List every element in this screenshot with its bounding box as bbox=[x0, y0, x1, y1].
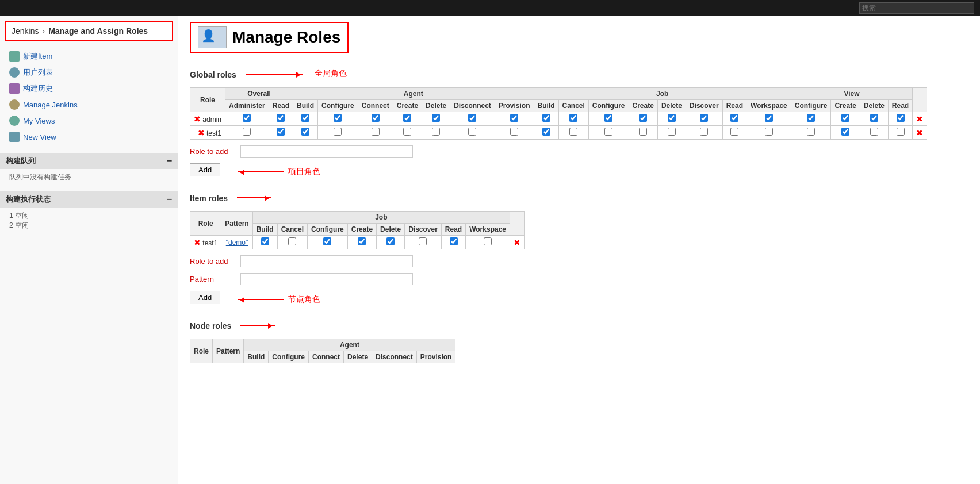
permission-checkbox[interactable] bbox=[730, 114, 738, 122]
permission-checkbox[interactable] bbox=[569, 114, 577, 122]
permission-checkbox[interactable] bbox=[870, 128, 878, 136]
permission-checkbox[interactable] bbox=[765, 128, 773, 136]
permission-checkbox[interactable] bbox=[730, 128, 738, 136]
build-exec-body: 1 空闲 2 空闲 bbox=[0, 208, 178, 234]
node-agent-group-header: Agent bbox=[244, 339, 455, 351]
table-cell bbox=[450, 112, 495, 126]
item-permission-checkbox[interactable] bbox=[261, 237, 269, 245]
sidebar-item-my-views[interactable]: My Views bbox=[0, 113, 178, 129]
permission-checkbox[interactable] bbox=[243, 128, 251, 136]
build-queue-collapse-icon[interactable]: − bbox=[167, 156, 172, 166]
job-cancel-header: Cancel bbox=[558, 100, 588, 112]
view-read-header: Read bbox=[888, 100, 912, 112]
pattern-cell: "demo" bbox=[221, 236, 252, 249]
permission-checkbox[interactable] bbox=[604, 114, 612, 122]
item-job-build: Build bbox=[252, 224, 277, 236]
permission-checkbox[interactable] bbox=[897, 128, 905, 136]
delete-item-row-button[interactable]: ✖ bbox=[514, 238, 520, 247]
item-permission-checkbox[interactable] bbox=[386, 237, 395, 245]
agent-group-header: Agent bbox=[293, 88, 534, 100]
permission-checkbox[interactable] bbox=[334, 114, 342, 122]
breadcrumb-jenkins[interactable]: Jenkins bbox=[12, 26, 39, 36]
permission-checkbox[interactable] bbox=[301, 114, 309, 122]
permission-checkbox[interactable] bbox=[510, 114, 518, 122]
sidebar-item-manage-jenkins[interactable]: Manage Jenkins bbox=[0, 97, 178, 113]
sidebar-item-new-view[interactable]: New View bbox=[0, 129, 178, 145]
global-role-to-add-input[interactable] bbox=[240, 145, 413, 158]
sidebar-item-history[interactable]: 构建历史 bbox=[0, 80, 178, 97]
view-configure-header: Configure bbox=[791, 100, 831, 112]
permission-checkbox[interactable] bbox=[403, 128, 411, 136]
item-job-read: Read bbox=[441, 224, 465, 236]
job-read-header: Read bbox=[722, 100, 747, 112]
item-permission-checkbox[interactable] bbox=[358, 237, 366, 245]
table-cell bbox=[860, 112, 888, 126]
permission-checkbox[interactable] bbox=[668, 128, 676, 136]
node-agent-connect: Connect bbox=[309, 351, 344, 363]
permission-checkbox[interactable] bbox=[897, 114, 905, 122]
permission-checkbox[interactable] bbox=[468, 114, 476, 122]
permission-checkbox[interactable] bbox=[639, 114, 647, 122]
permission-checkbox[interactable] bbox=[334, 128, 342, 136]
table-cell bbox=[588, 126, 629, 140]
delete-role-button[interactable]: ✖ bbox=[194, 114, 201, 124]
permission-checkbox[interactable] bbox=[468, 128, 476, 136]
build-queue-body: 队列中没有构建任务 bbox=[0, 169, 178, 186]
delete-row-button[interactable]: ✖ bbox=[916, 114, 923, 124]
item-permission-checkbox[interactable] bbox=[419, 237, 427, 245]
node-roles-table-wrapper: Role Pattern Agent Build Configure Conne… bbox=[190, 339, 968, 363]
permission-checkbox[interactable] bbox=[510, 128, 518, 136]
job-group-header: Job bbox=[534, 88, 791, 100]
permission-checkbox[interactable] bbox=[277, 114, 285, 122]
permission-checkbox[interactable] bbox=[841, 128, 849, 136]
permission-checkbox[interactable] bbox=[432, 114, 440, 122]
permission-checkbox[interactable] bbox=[870, 114, 878, 122]
delete-item-role-button[interactable]: ✖ bbox=[194, 238, 201, 247]
permission-checkbox[interactable] bbox=[807, 114, 815, 122]
permission-checkbox[interactable] bbox=[243, 114, 251, 122]
permission-checkbox[interactable] bbox=[372, 128, 380, 136]
sidebar-item-users[interactable]: 用户列表 bbox=[0, 64, 178, 80]
item-job-configure: Configure bbox=[308, 224, 348, 236]
permission-checkbox[interactable] bbox=[700, 114, 708, 122]
sidebar-item-new-item[interactable]: 新建Item bbox=[0, 48, 178, 64]
job-configure-header: Configure bbox=[588, 100, 629, 112]
search-input[interactable] bbox=[859, 2, 974, 14]
permission-checkbox[interactable] bbox=[542, 114, 550, 122]
delete-role-button[interactable]: ✖ bbox=[198, 128, 205, 137]
table-cell bbox=[308, 236, 348, 249]
item-permission-checkbox[interactable] bbox=[450, 237, 458, 245]
item-role-to-add-input[interactable] bbox=[240, 255, 413, 267]
job-create-header: Create bbox=[629, 100, 657, 112]
build-exec-collapse-icon[interactable]: − bbox=[167, 194, 172, 205]
permission-checkbox[interactable] bbox=[668, 114, 676, 122]
item-roles-annotation-text: 项目角色 bbox=[288, 167, 320, 177]
item-permission-checkbox[interactable] bbox=[484, 237, 492, 245]
global-roles-annotation: 全局角色 bbox=[315, 68, 347, 79]
permission-checkbox[interactable] bbox=[403, 114, 411, 122]
permission-checkbox[interactable] bbox=[841, 114, 849, 122]
permission-checkbox[interactable] bbox=[807, 128, 815, 136]
build-exec-title: 构建执行状态 bbox=[6, 194, 51, 205]
global-add-button[interactable]: Add bbox=[190, 163, 220, 176]
table-cell bbox=[422, 112, 450, 126]
permission-checkbox[interactable] bbox=[301, 128, 309, 136]
permission-checkbox[interactable] bbox=[432, 128, 440, 136]
permission-checkbox[interactable] bbox=[372, 114, 380, 122]
permission-checkbox[interactable] bbox=[639, 128, 647, 136]
delete-row-button[interactable]: ✖ bbox=[916, 128, 923, 137]
item-permission-checkbox[interactable] bbox=[288, 237, 296, 245]
overall-administer-header: Administer bbox=[225, 100, 269, 112]
item-add-button[interactable]: Add bbox=[190, 291, 220, 304]
node-roles-label: Node roles bbox=[190, 321, 275, 331]
global-roles-table-wrapper: Role Overall Agent Job View Administer R… bbox=[190, 87, 968, 140]
view-create-header: Create bbox=[831, 100, 860, 112]
permission-checkbox[interactable] bbox=[700, 128, 708, 136]
permission-checkbox[interactable] bbox=[569, 128, 577, 136]
permission-checkbox[interactable] bbox=[604, 128, 612, 136]
permission-checkbox[interactable] bbox=[277, 128, 285, 136]
item-permission-checkbox[interactable] bbox=[323, 237, 331, 245]
permission-checkbox[interactable] bbox=[542, 128, 550, 136]
item-pattern-input[interactable] bbox=[240, 273, 413, 285]
permission-checkbox[interactable] bbox=[765, 114, 773, 122]
